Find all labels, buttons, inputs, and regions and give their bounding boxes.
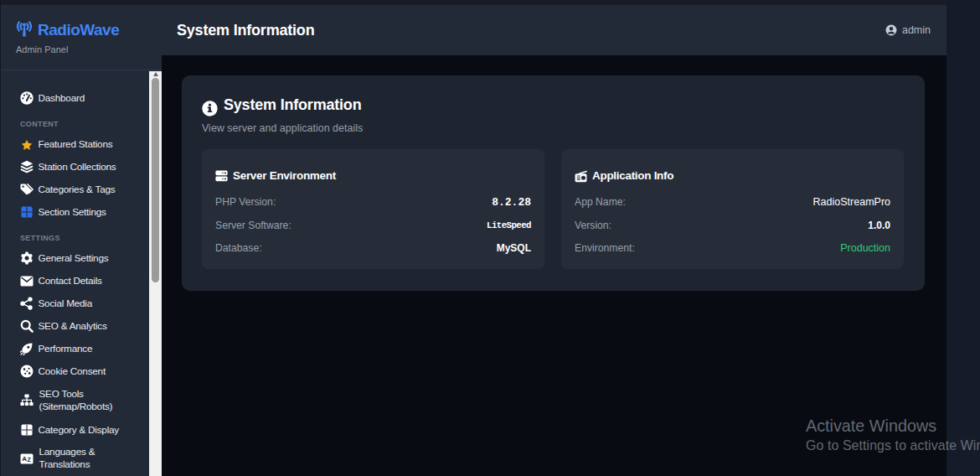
svg-text:A: A — [22, 455, 27, 463]
